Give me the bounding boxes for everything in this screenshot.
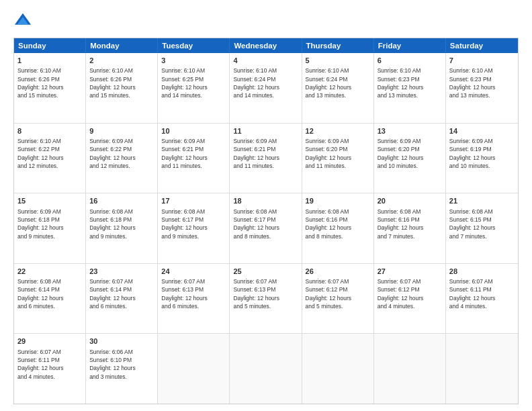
day-cell-23: 23Sunrise: 6:07 AMSunset: 6:14 PMDayligh… xyxy=(86,264,158,334)
day-cell-14: 14Sunrise: 6:09 AMSunset: 6:19 PMDayligh… xyxy=(446,124,518,193)
day-number: 7 xyxy=(449,56,515,66)
day-number: 17 xyxy=(161,196,226,206)
day-number: 20 xyxy=(378,196,442,206)
day-cell-24: 24Sunrise: 6:07 AMSunset: 6:13 PMDayligh… xyxy=(158,264,230,334)
day-info: Sunrise: 6:09 AMSunset: 6:21 PMDaylight:… xyxy=(161,137,226,170)
day-info: Sunrise: 6:09 AMSunset: 6:18 PMDaylight:… xyxy=(17,208,82,240)
day-number: 22 xyxy=(17,267,82,277)
day-info: Sunrise: 6:07 AMSunset: 6:12 PMDaylight:… xyxy=(306,277,370,310)
day-cell-10: 10Sunrise: 6:09 AMSunset: 6:21 PMDayligh… xyxy=(158,124,230,193)
day-info: Sunrise: 6:10 AMSunset: 6:24 PMDaylight:… xyxy=(306,66,370,99)
calendar-row-4: 29Sunrise: 6:07 AMSunset: 6:11 PMDayligh… xyxy=(14,334,518,404)
day-number: 3 xyxy=(161,56,226,66)
day-cell-13: 13Sunrise: 6:09 AMSunset: 6:20 PMDayligh… xyxy=(374,124,446,193)
day-cell-3: 3Sunrise: 6:10 AMSunset: 6:25 PMDaylight… xyxy=(158,53,230,123)
day-number: 25 xyxy=(233,267,298,277)
empty-cell-4-6 xyxy=(446,334,518,404)
day-number: 23 xyxy=(89,267,154,277)
day-cell-27: 27Sunrise: 6:07 AMSunset: 6:12 PMDayligh… xyxy=(374,264,446,334)
day-cell-4: 4Sunrise: 6:10 AMSunset: 6:24 PMDaylight… xyxy=(230,53,302,123)
day-cell-16: 16Sunrise: 6:08 AMSunset: 6:18 PMDayligh… xyxy=(86,193,158,263)
day-cell-7: 7Sunrise: 6:10 AMSunset: 6:23 PMDaylight… xyxy=(446,53,518,123)
day-info: Sunrise: 6:07 AMSunset: 6:13 PMDaylight:… xyxy=(161,277,226,310)
day-info: Sunrise: 6:10 AMSunset: 6:26 PMDaylight:… xyxy=(17,66,82,99)
day-number: 10 xyxy=(161,126,226,136)
day-number: 21 xyxy=(449,196,515,206)
header-day-tuesday: Tuesday xyxy=(158,38,230,53)
day-info: Sunrise: 6:09 AMSunset: 6:22 PMDaylight:… xyxy=(89,137,154,170)
calendar-row-3: 22Sunrise: 6:08 AMSunset: 6:14 PMDayligh… xyxy=(14,264,518,334)
day-info: Sunrise: 6:09 AMSunset: 6:20 PMDaylight:… xyxy=(378,137,442,170)
empty-cell-4-5 xyxy=(374,334,446,404)
day-info: Sunrise: 6:07 AMSunset: 6:11 PMDaylight:… xyxy=(449,277,515,310)
day-number: 13 xyxy=(378,126,442,136)
day-number: 29 xyxy=(17,336,82,347)
day-number: 16 xyxy=(89,196,154,206)
day-cell-28: 28Sunrise: 6:07 AMSunset: 6:11 PMDayligh… xyxy=(446,264,518,334)
day-cell-22: 22Sunrise: 6:08 AMSunset: 6:14 PMDayligh… xyxy=(14,264,86,334)
day-cell-18: 18Sunrise: 6:08 AMSunset: 6:17 PMDayligh… xyxy=(230,193,302,263)
calendar-row-0: 1Sunrise: 6:10 AMSunset: 6:26 PMDaylight… xyxy=(14,53,518,124)
header xyxy=(13,12,519,31)
day-cell-19: 19Sunrise: 6:08 AMSunset: 6:16 PMDayligh… xyxy=(302,193,374,263)
day-number: 12 xyxy=(306,126,370,136)
day-info: Sunrise: 6:10 AMSunset: 6:25 PMDaylight:… xyxy=(161,66,226,99)
day-number: 26 xyxy=(306,267,370,277)
calendar-body: 1Sunrise: 6:10 AMSunset: 6:26 PMDaylight… xyxy=(14,53,518,404)
day-cell-29: 29Sunrise: 6:07 AMSunset: 6:11 PMDayligh… xyxy=(14,334,86,404)
day-cell-26: 26Sunrise: 6:07 AMSunset: 6:12 PMDayligh… xyxy=(302,264,374,334)
day-cell-25: 25Sunrise: 6:07 AMSunset: 6:13 PMDayligh… xyxy=(230,264,302,334)
day-cell-17: 17Sunrise: 6:08 AMSunset: 6:17 PMDayligh… xyxy=(158,193,230,263)
day-info: Sunrise: 6:10 AMSunset: 6:23 PMDaylight:… xyxy=(449,66,515,99)
day-number: 11 xyxy=(233,126,298,136)
day-cell-6: 6Sunrise: 6:10 AMSunset: 6:23 PMDaylight… xyxy=(374,53,446,123)
day-info: Sunrise: 6:09 AMSunset: 6:20 PMDaylight:… xyxy=(306,137,370,170)
day-info: Sunrise: 6:09 AMSunset: 6:21 PMDaylight:… xyxy=(233,137,298,170)
header-day-saturday: Saturday xyxy=(446,38,518,53)
day-info: Sunrise: 6:07 AMSunset: 6:14 PMDaylight:… xyxy=(89,277,154,310)
day-number: 28 xyxy=(449,267,515,277)
calendar-header: SundayMondayTuesdayWednesdayThursdayFrid… xyxy=(14,38,518,53)
day-info: Sunrise: 6:10 AMSunset: 6:23 PMDaylight:… xyxy=(378,66,442,99)
day-number: 30 xyxy=(89,336,154,347)
day-info: Sunrise: 6:10 AMSunset: 6:26 PMDaylight:… xyxy=(89,66,154,99)
day-number: 14 xyxy=(449,126,515,136)
logo xyxy=(13,12,35,31)
day-cell-2: 2Sunrise: 6:10 AMSunset: 6:26 PMDaylight… xyxy=(86,53,158,123)
header-day-wednesday: Wednesday xyxy=(230,38,302,53)
empty-cell-4-3 xyxy=(230,334,302,404)
day-info: Sunrise: 6:07 AMSunset: 6:11 PMDaylight:… xyxy=(17,348,82,381)
day-cell-30: 30Sunrise: 6:06 AMSunset: 6:10 PMDayligh… xyxy=(86,334,158,404)
day-info: Sunrise: 6:10 AMSunset: 6:22 PMDaylight:… xyxy=(17,137,82,170)
day-number: 2 xyxy=(89,56,154,66)
day-number: 27 xyxy=(378,267,442,277)
day-cell-1: 1Sunrise: 6:10 AMSunset: 6:26 PMDaylight… xyxy=(14,53,86,123)
day-info: Sunrise: 6:08 AMSunset: 6:15 PMDaylight:… xyxy=(449,208,515,240)
header-day-friday: Friday xyxy=(374,38,446,53)
day-info: Sunrise: 6:08 AMSunset: 6:17 PMDaylight:… xyxy=(233,208,298,240)
day-number: 15 xyxy=(17,196,82,206)
day-number: 8 xyxy=(17,126,82,136)
day-number: 4 xyxy=(233,56,298,66)
day-number: 5 xyxy=(306,56,370,66)
day-info: Sunrise: 6:10 AMSunset: 6:24 PMDaylight:… xyxy=(233,66,298,99)
calendar-row-1: 8Sunrise: 6:10 AMSunset: 6:22 PMDaylight… xyxy=(14,124,518,194)
header-day-thursday: Thursday xyxy=(302,38,374,53)
day-number: 18 xyxy=(233,196,298,206)
day-number: 24 xyxy=(161,267,226,277)
empty-cell-4-2 xyxy=(158,334,230,404)
day-number: 1 xyxy=(17,56,82,66)
day-cell-15: 15Sunrise: 6:09 AMSunset: 6:18 PMDayligh… xyxy=(14,193,86,263)
day-info: Sunrise: 6:08 AMSunset: 6:16 PMDaylight:… xyxy=(306,208,370,240)
day-number: 9 xyxy=(89,126,154,136)
day-cell-8: 8Sunrise: 6:10 AMSunset: 6:22 PMDaylight… xyxy=(14,124,86,193)
day-info: Sunrise: 6:08 AMSunset: 6:17 PMDaylight:… xyxy=(161,208,226,240)
day-info: Sunrise: 6:07 AMSunset: 6:12 PMDaylight:… xyxy=(378,277,442,310)
day-cell-11: 11Sunrise: 6:09 AMSunset: 6:21 PMDayligh… xyxy=(230,124,302,193)
day-info: Sunrise: 6:08 AMSunset: 6:16 PMDaylight:… xyxy=(378,208,442,240)
day-cell-12: 12Sunrise: 6:09 AMSunset: 6:20 PMDayligh… xyxy=(302,124,374,193)
day-number: 6 xyxy=(378,56,442,66)
day-info: Sunrise: 6:08 AMSunset: 6:18 PMDaylight:… xyxy=(89,208,154,240)
day-cell-21: 21Sunrise: 6:08 AMSunset: 6:15 PMDayligh… xyxy=(446,193,518,263)
calendar-row-2: 15Sunrise: 6:09 AMSunset: 6:18 PMDayligh… xyxy=(14,193,518,264)
